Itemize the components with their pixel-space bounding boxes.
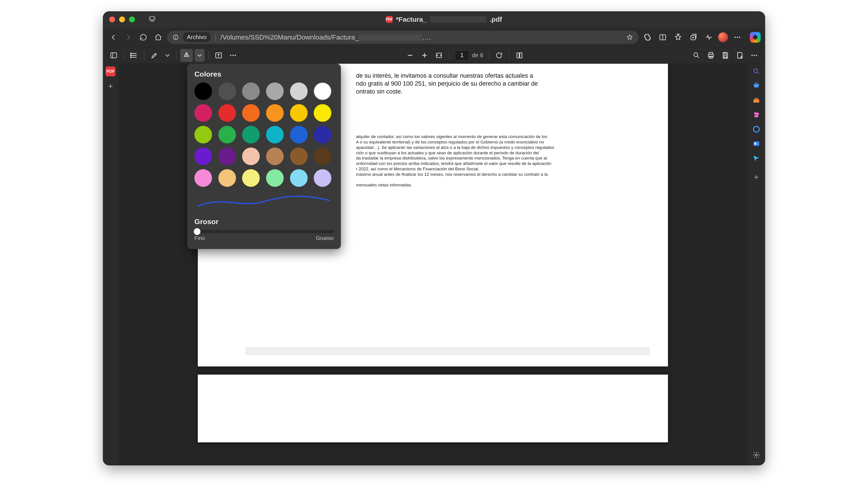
vertical-tab-pdf[interactable]: PDF [105, 66, 116, 76]
pdf-file-icon: PDF [386, 16, 393, 23]
back-button[interactable] [107, 31, 120, 43]
copilot-icon[interactable] [750, 32, 761, 43]
close-window-button[interactable] [109, 17, 115, 22]
sidebar-outlook-icon[interactable] [752, 139, 761, 148]
rotate-icon[interactable] [493, 49, 505, 62]
home-button[interactable] [152, 31, 164, 43]
highlight-dropdown-icon[interactable] [162, 49, 173, 62]
zoom-in-button[interactable] [418, 49, 431, 62]
color-swatch[interactable] [218, 169, 236, 187]
svg-point-30 [756, 112, 759, 115]
slider-thumb[interactable] [194, 228, 200, 235]
workspaces-icon[interactable] [148, 15, 156, 24]
refresh-button[interactable] [137, 31, 149, 43]
color-swatch[interactable] [218, 104, 236, 122]
maximize-window-button[interactable] [129, 17, 135, 22]
color-swatch[interactable] [242, 169, 260, 187]
svg-rect-28 [753, 99, 759, 103]
extensions-icon[interactable] [641, 31, 653, 43]
sidebar-games-icon[interactable] [752, 110, 761, 119]
color-swatch[interactable] [266, 169, 284, 187]
profile-avatar[interactable] [718, 32, 728, 42]
performance-icon[interactable] [703, 31, 715, 43]
color-swatch[interactable] [218, 148, 236, 165]
color-swatch[interactable] [314, 169, 331, 187]
sidebar-add-icon[interactable] [752, 173, 761, 182]
title-redacted [430, 16, 487, 23]
sidebar-tools-icon[interactable] [752, 96, 761, 105]
color-swatch[interactable] [290, 104, 308, 122]
color-swatch[interactable] [194, 83, 212, 100]
thickness-slider[interactable]: Fino Grueso [194, 230, 334, 241]
color-swatch[interactable] [242, 126, 260, 143]
color-swatch[interactable] [242, 148, 260, 165]
find-icon[interactable] [690, 49, 703, 62]
color-swatch[interactable] [290, 83, 308, 100]
color-swatch[interactable] [290, 169, 308, 187]
minimize-window-button[interactable] [119, 17, 125, 22]
document-text: de su interés, le invitamos a consultar … [356, 72, 609, 96]
more-menu-icon[interactable] [731, 31, 743, 43]
address-bar[interactable]: Archivo | /Volumes/SSD%20Manu/Downloads/… [167, 31, 639, 44]
draw-dropdown-icon[interactable] [195, 49, 205, 62]
draw-tool-icon[interactable] [180, 49, 193, 62]
highlight-tool-icon[interactable] [148, 49, 161, 62]
svg-point-35 [755, 454, 757, 456]
color-swatch[interactable] [314, 148, 331, 165]
sidebar-search-icon[interactable] [752, 67, 761, 76]
color-swatch[interactable] [266, 126, 284, 143]
save-icon[interactable] [719, 49, 732, 62]
sidebar-settings-icon[interactable] [752, 451, 761, 459]
pdf-more-icon[interactable] [227, 49, 239, 62]
svg-point-12 [230, 55, 231, 56]
separator: | [215, 33, 217, 41]
color-swatch[interactable] [266, 83, 284, 100]
svg-rect-22 [724, 53, 726, 54]
pdf-overflow-icon[interactable] [748, 49, 761, 62]
page-number-input[interactable] [455, 51, 469, 60]
svg-point-8 [130, 53, 131, 54]
color-swatch[interactable] [314, 83, 331, 100]
text-tool-icon[interactable] [212, 49, 225, 62]
color-swatch[interactable] [266, 148, 284, 165]
print-icon[interactable] [705, 49, 717, 62]
title-suffix: .pdf [490, 15, 502, 23]
svg-point-24 [751, 55, 753, 56]
contents-menu-icon[interactable] [128, 49, 141, 62]
sidebar-drop-icon[interactable] [752, 154, 761, 163]
forward-button[interactable] [122, 31, 134, 43]
document-viewport[interactable]: de su interés, le invitamos a consultar … [118, 64, 747, 465]
zoom-out-button[interactable] [404, 49, 416, 62]
color-swatch[interactable] [266, 104, 284, 122]
color-swatch[interactable] [194, 104, 212, 122]
svg-rect-16 [517, 53, 519, 58]
color-swatch[interactable] [290, 126, 308, 143]
url-scheme: Archivo [183, 32, 211, 42]
fit-page-icon[interactable] [433, 49, 445, 62]
color-swatch[interactable] [290, 148, 308, 165]
sidebar-toggle-icon[interactable] [107, 49, 120, 62]
favorite-star-icon[interactable] [626, 34, 633, 41]
page-view-icon[interactable] [513, 49, 526, 62]
color-swatch[interactable] [194, 169, 212, 187]
sidebar-m365-icon[interactable] [752, 125, 761, 134]
url-path: /Volumes/SSD%20Manu/Downloads/Factura_…. [221, 33, 622, 41]
color-swatch[interactable] [314, 126, 331, 143]
color-swatch[interactable] [218, 126, 236, 143]
toolbar-right-icons [641, 31, 761, 43]
color-swatch[interactable] [218, 83, 236, 100]
favorites-icon[interactable] [672, 31, 684, 43]
new-tab-button[interactable] [106, 82, 115, 91]
svg-point-4 [735, 37, 736, 38]
color-swatch[interactable] [314, 104, 331, 122]
save-as-icon[interactable] [734, 49, 746, 62]
color-swatch[interactable] [242, 104, 260, 122]
edge-sidebar [747, 64, 765, 465]
color-swatch[interactable] [194, 148, 212, 165]
split-screen-icon[interactable] [657, 31, 669, 43]
color-swatch[interactable] [242, 83, 260, 100]
color-swatch[interactable] [194, 126, 212, 143]
collections-icon[interactable] [687, 31, 700, 43]
svg-rect-31 [754, 115, 758, 117]
sidebar-shopping-icon[interactable] [752, 81, 761, 90]
